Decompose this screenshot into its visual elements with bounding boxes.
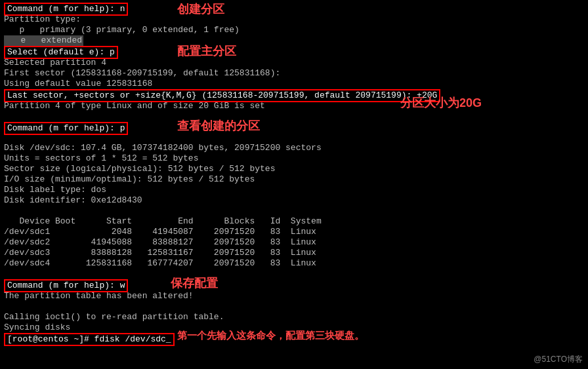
cmd-fdisk: [root@centos ~]# fdisk /dev/sdc_ — [7, 334, 171, 344]
line-partition-set: Partition 4 of type Linux and of size 20… — [4, 101, 265, 111]
line-syncing: Syncing disks — [4, 322, 70, 333]
terminal: Command (m for help): n Partition type: … — [0, 0, 588, 369]
line-disk-info: Disk /dev/sdc: 107.4 GB, 107374182400 by… — [4, 143, 322, 153]
line-selected-part: Selected partition 4 — [4, 58, 106, 68]
annotation-config-primary: 配置主分区 — [177, 43, 236, 59]
line-sector-size: Sector size (logical/physical): 512 byte… — [4, 164, 275, 174]
annotation-partition-size: 分区大小为20G — [400, 95, 482, 111]
line-table-header: Device Boot Start End Blocks Id System — [4, 216, 322, 227]
line-primary: p primary (3 primary, 0 extended, 1 free… — [4, 25, 240, 35]
line-partition-type: Partition type: — [4, 14, 81, 25]
cmd-last-sector: Last sector, +sectors or +size{K,M,G} (1… — [7, 90, 437, 100]
line-disk-id: Disk identifier: 0xe12d8430 — [4, 195, 142, 206]
annotation-view-partition: 查看创建的分区 — [177, 118, 260, 134]
watermark: @51CTO博客 — [534, 354, 583, 365]
line-using-default: Using default value 125831168 — [4, 79, 152, 89]
line-sdc3: /dev/sdc3 83888128 125831167 20971520 83… — [4, 248, 316, 258]
line-sdc2: /dev/sdc2 41945088 83888127 20971520 83 … — [4, 237, 316, 248]
line-sdc4: /dev/sdc4 125831168 167774207 20971520 8… — [4, 258, 316, 269]
annotation-first-cmd: 第一个先输入这条命令，配置第三块硬盘。 — [177, 330, 364, 342]
cmd-p: Command (m for help): p — [7, 123, 125, 133]
annotation-save-config: 保存配置 — [171, 275, 218, 291]
cmd-w: Command (m for help): w — [7, 281, 125, 290]
annotation-create-partition: 创建分区 — [177, 1, 224, 17]
line-disk-label: Disk label type: dos — [4, 185, 106, 195]
line-ioctl: Calling ioctl() to re-read partition tab… — [4, 312, 224, 322]
line-extended: e extended — [5, 35, 82, 45]
cmd-select: Select (default e): p — [7, 47, 115, 57]
line-table-altered: The partition table has been altered! — [4, 291, 194, 301]
line-first-sector: First sector (125831168-209715199, defau… — [4, 68, 280, 79]
cmd-n: Command (m for help): n — [7, 4, 125, 14]
line-units: Units = sectors of 1 * 512 = 512 bytes — [4, 153, 198, 164]
line-io-size: I/O size (minimum/optimal): 512 bytes / … — [4, 174, 255, 185]
line-sdc1: /dev/sdc1 2048 41945087 20971520 83 Linu… — [4, 227, 316, 237]
